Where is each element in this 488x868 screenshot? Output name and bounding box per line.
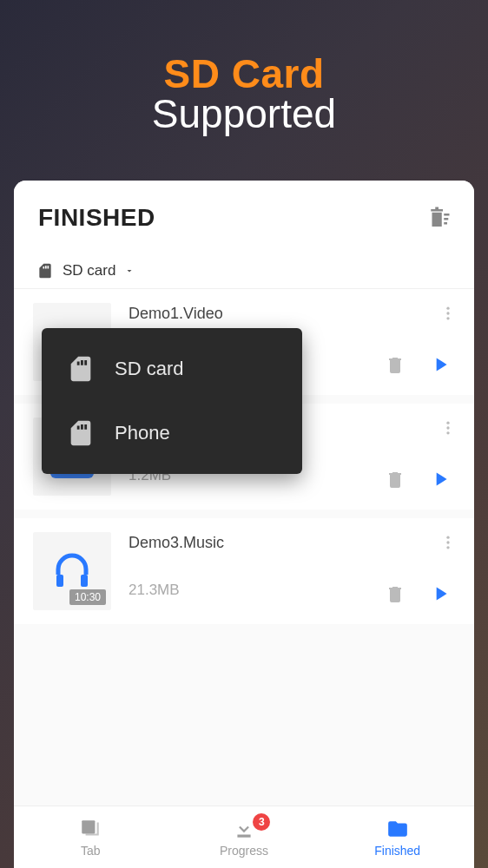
promo-title: SD Card Supported bbox=[0, 0, 488, 137]
svg-point-5 bbox=[446, 317, 449, 319]
music-icon bbox=[50, 549, 94, 593]
svg-rect-2 bbox=[444, 222, 447, 225]
play-button[interactable] bbox=[427, 581, 453, 607]
delete-button[interactable] bbox=[382, 352, 408, 378]
file-name: Demo1.Video bbox=[129, 305, 457, 323]
svg-rect-10 bbox=[81, 575, 88, 587]
nav-progress[interactable]: 3 Progress bbox=[168, 806, 321, 868]
nav-label: Tab bbox=[81, 844, 101, 858]
nav-label: Progress bbox=[220, 844, 268, 858]
play-icon bbox=[429, 468, 452, 490]
sd-card-icon bbox=[66, 418, 96, 448]
duration-badge: 10:30 bbox=[69, 589, 106, 605]
play-icon bbox=[429, 582, 452, 605]
bottom-nav: Tab 3 Progress Finished bbox=[14, 806, 474, 868]
more-button[interactable] bbox=[439, 534, 457, 555]
storage-selected-label: SD card bbox=[63, 262, 115, 279]
delete-button[interactable] bbox=[382, 466, 408, 492]
storage-dropdown: SD card Phone bbox=[42, 328, 302, 474]
dropdown-label: SD card bbox=[115, 358, 183, 380]
progress-badge: 3 bbox=[253, 813, 270, 831]
list-item[interactable]: 10:30 Demo3.Music 21.3MB bbox=[14, 518, 474, 624]
file-name: Demo3.Music bbox=[129, 534, 457, 552]
svg-point-11 bbox=[446, 536, 449, 539]
dropdown-label: Phone bbox=[115, 422, 170, 444]
svg-point-3 bbox=[446, 307, 449, 310]
file-thumbnail: 10:30 bbox=[33, 532, 111, 610]
svg-point-12 bbox=[446, 541, 449, 543]
more-button[interactable] bbox=[439, 419, 457, 440]
play-button[interactable] bbox=[427, 352, 453, 378]
tab-icon bbox=[79, 818, 102, 840]
more-vert-icon bbox=[439, 534, 457, 551]
svg-point-4 bbox=[446, 312, 449, 314]
play-button[interactable] bbox=[427, 466, 453, 492]
trash-icon bbox=[385, 583, 406, 604]
trash-icon bbox=[385, 469, 406, 490]
svg-point-13 bbox=[446, 546, 449, 549]
nav-finished[interactable]: Finished bbox=[320, 806, 474, 868]
nav-label: Finished bbox=[374, 844, 420, 858]
storage-selector[interactable]: SD card bbox=[14, 250, 474, 289]
delete-all-button[interactable] bbox=[424, 203, 453, 233]
svg-rect-14 bbox=[82, 820, 96, 833]
svg-point-8 bbox=[446, 431, 449, 434]
play-icon bbox=[429, 353, 452, 376]
card-header: FINISHED bbox=[14, 181, 474, 250]
sd-card-icon bbox=[66, 354, 96, 384]
promo-line2: Supported bbox=[0, 90, 488, 137]
svg-point-7 bbox=[446, 426, 449, 429]
page-title: FINISHED bbox=[38, 204, 155, 232]
more-vert-icon bbox=[439, 305, 457, 322]
dropdown-item-phone[interactable]: Phone bbox=[42, 401, 302, 465]
svg-point-6 bbox=[446, 422, 449, 424]
svg-rect-0 bbox=[444, 214, 449, 216]
svg-rect-1 bbox=[444, 218, 448, 220]
dropdown-item-sdcard[interactable]: SD card bbox=[42, 337, 302, 401]
finished-card: FINISHED SD card Demo1.Video bbox=[14, 181, 474, 806]
more-button[interactable] bbox=[439, 305, 457, 326]
folder-icon bbox=[386, 818, 409, 840]
chevron-down-icon bbox=[124, 266, 135, 276]
more-vert-icon bbox=[439, 419, 457, 437]
svg-rect-9 bbox=[56, 575, 63, 587]
delete-button[interactable] bbox=[382, 581, 408, 607]
trash-list-icon bbox=[425, 205, 452, 231]
download-icon bbox=[233, 818, 255, 840]
sd-card-icon bbox=[36, 262, 54, 279]
nav-tab[interactable]: Tab bbox=[14, 806, 168, 868]
svg-rect-15 bbox=[237, 834, 250, 837]
trash-icon bbox=[385, 354, 406, 375]
